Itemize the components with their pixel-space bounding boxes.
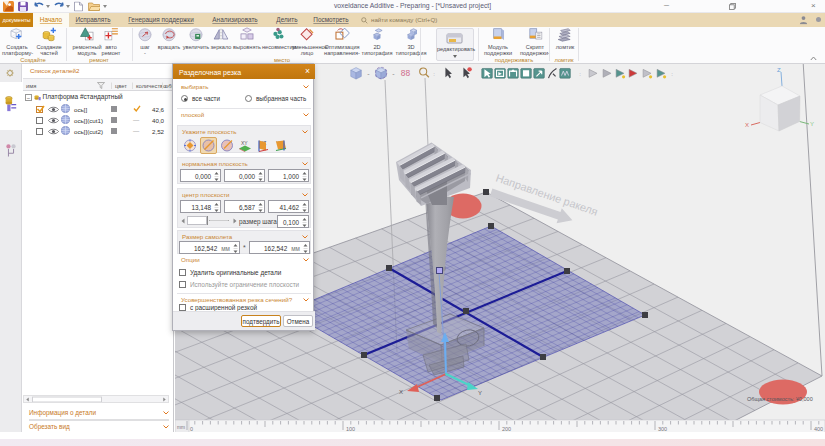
svg-text::: : — [433, 70, 435, 77]
svg-text:-: - — [392, 70, 395, 77]
svg-text:100: 100 — [346, 426, 355, 432]
svg-text:Y: Y — [810, 121, 814, 127]
svg-text:X: X — [399, 389, 403, 395]
svg-text:300: 300 — [658, 426, 667, 432]
svg-text:XY: XY — [241, 140, 248, 146]
svg-text:88: 88 — [401, 68, 411, 78]
svg-text:200: 200 — [502, 426, 511, 432]
svg-text:Y: Y — [478, 390, 482, 396]
svg-text:Z: Z — [777, 67, 781, 73]
svg-text:X: X — [745, 122, 749, 128]
svg-text:mm: mm — [177, 425, 185, 430]
svg-text:0: 0 — [190, 426, 193, 432]
svg-text::: : — [671, 70, 673, 77]
svg-text::: : — [579, 70, 581, 77]
svg-text:-: - — [367, 70, 370, 77]
svg-text:Общая стоимость: ¥0,000: Общая стоимость: ¥0,000 — [747, 396, 813, 402]
svg-text:400: 400 — [814, 426, 823, 432]
